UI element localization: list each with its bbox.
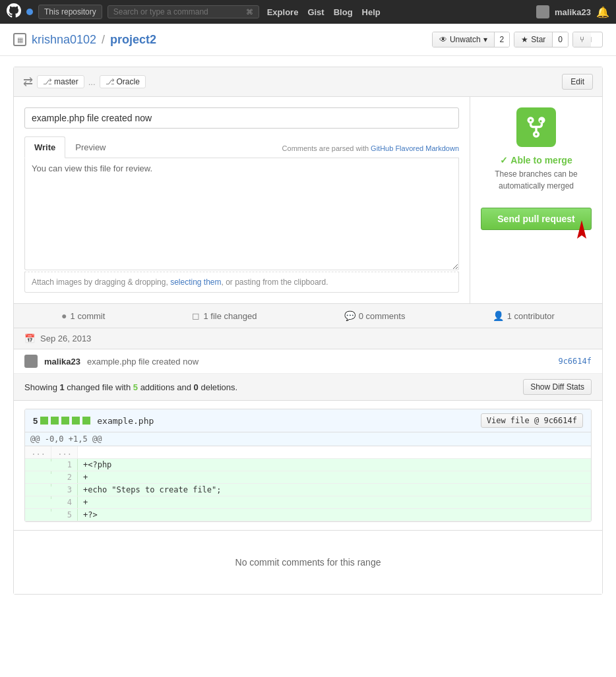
branch-bar: ⇄ ⎇ master ... ⎇ Oracle Edit xyxy=(14,67,602,97)
and-label: and xyxy=(175,382,194,392)
nav-bar: This repository ⌘ Explore Gist Blog Help… xyxy=(0,0,616,24)
diff-ellipsis-line: ... ... xyxy=(25,446,591,459)
send-pr-wrapper: Send pull request xyxy=(481,208,592,230)
old-line-num-4 xyxy=(25,496,51,499)
star-count[interactable]: 0 xyxy=(552,32,568,47)
chevron-down-icon: ▾ xyxy=(483,35,487,44)
branch-separator-dots: ... xyxy=(88,77,96,87)
branch-icon2: ⎇ xyxy=(106,77,115,86)
diff-line-3: 3 +echo "Steps to create file"; xyxy=(25,484,591,496)
nav-username[interactable]: malika23 xyxy=(555,7,591,17)
repo-title: ▦ krishna0102 / project2 xyxy=(13,33,156,47)
repo-scope-dropdown[interactable]: This repository xyxy=(38,5,102,19)
attach-text: Attach images by dragging & dropping, xyxy=(32,278,170,287)
period: . xyxy=(235,382,238,392)
repo-actions: 👁 Unwatch ▾ 2 ★ Star 0 ⑂ xyxy=(432,32,603,47)
diff-hunk-header: @@ -0,0 +1,5 @@ xyxy=(25,432,591,446)
comments-stat[interactable]: 💬 0 comments xyxy=(344,310,406,321)
blog-link[interactable]: Blog xyxy=(334,7,353,17)
commits-icon: ● xyxy=(61,310,67,321)
svg-marker-0 xyxy=(577,220,586,239)
star-label: Star xyxy=(531,35,545,44)
show-diff-stats-button[interactable]: Show Diff Stats xyxy=(523,379,592,395)
search-input[interactable] xyxy=(113,7,242,16)
explore-link[interactable]: Explore xyxy=(267,7,299,17)
tab-write[interactable]: Write xyxy=(24,136,65,158)
old-line-num-3 xyxy=(25,484,51,486)
merge-icon xyxy=(516,107,556,147)
showing-label: Showing xyxy=(24,382,59,392)
github-logo-icon[interactable] xyxy=(7,3,21,20)
line-content-5: +?> xyxy=(78,509,591,521)
notifications-icon[interactable]: 🔔 xyxy=(596,6,609,18)
repo-name-link[interactable]: project2 xyxy=(110,33,156,47)
attach-bar: Attach images by dragging & dropping, se… xyxy=(24,272,459,293)
nav-links: Explore Gist Blog Help xyxy=(267,7,381,17)
cursor-arrow-indicator xyxy=(572,220,592,249)
comments-icon: 💬 xyxy=(344,310,355,321)
date-text: Sep 26, 2013 xyxy=(40,334,91,343)
pr-right: ✓ Able to merge These branches can be au… xyxy=(470,97,602,303)
unwatch-label: Unwatch xyxy=(450,35,481,44)
commit-author-link[interactable]: malika23 xyxy=(44,357,80,367)
date-row: 📅 Sep 26, 2013 xyxy=(14,328,602,349)
unwatch-count[interactable]: 2 xyxy=(494,32,510,47)
nav-search-box[interactable]: ⌘ xyxy=(108,5,259,18)
new-line-num-4: 4 xyxy=(51,496,78,508)
contributors-stat[interactable]: 👤 1 contributor xyxy=(493,310,555,321)
commit-hash-link[interactable]: 9c6614f xyxy=(558,357,592,366)
commit-row: malika23 example.php file created now 9c… xyxy=(14,349,602,374)
repo-sep: / xyxy=(102,33,105,47)
pr-title-input[interactable] xyxy=(24,107,459,129)
repo-file-icon: ▦ xyxy=(13,33,26,46)
pr-content: Write Preview Comments are parsed with G… xyxy=(14,97,602,303)
help-link[interactable]: Help xyxy=(362,7,381,17)
search-shortcut-icon: ⌘ xyxy=(246,8,253,16)
diff-line-5: 5 +?> xyxy=(25,509,591,521)
line-content-1: +<?php xyxy=(78,459,591,471)
to-branch-tag[interactable]: ⎇ Oracle xyxy=(100,75,146,88)
addition-block-3 xyxy=(61,417,69,425)
commit-avatar xyxy=(24,355,38,368)
calendar-icon: 📅 xyxy=(24,334,35,343)
old-line-num-5 xyxy=(25,509,51,512)
deletions-count-text: 0 xyxy=(194,382,199,392)
merge-svg-icon xyxy=(524,115,548,139)
gfm-link[interactable]: GitHub Flavored Markdown xyxy=(371,144,459,152)
nav-right: malika23 🔔 xyxy=(536,5,609,18)
select-files-link[interactable]: selecting them xyxy=(170,278,221,287)
addition-block-1 xyxy=(40,417,48,425)
edit-button[interactable]: Edit xyxy=(562,74,593,90)
gist-link[interactable]: Gist xyxy=(307,7,324,17)
new-line-num-2: 2 xyxy=(51,471,78,483)
fork-count[interactable] xyxy=(591,37,602,42)
merge-desc-text: These branches can be automatically merg… xyxy=(481,168,592,192)
unwatch-button[interactable]: 👁 Unwatch ▾ xyxy=(433,32,494,47)
new-line-num-3: 3 xyxy=(51,484,78,496)
line-content-2: + xyxy=(78,471,591,483)
files-icon: ◻ xyxy=(192,310,200,321)
diff-header: Showing 1 changed file with 5 additions … xyxy=(14,374,602,401)
repo-owner-link[interactable]: krishna0102 xyxy=(32,33,96,47)
files-changed-stat[interactable]: ◻ 1 file changed xyxy=(192,310,257,321)
additions-label: additions xyxy=(138,382,175,392)
fork-button[interactable]: ⑂ xyxy=(573,32,591,47)
file-name-label: example.php xyxy=(97,416,154,426)
comment-textarea[interactable]: You can view this file for review. xyxy=(24,158,459,270)
file-additions-indicator: 5 example.php xyxy=(33,416,154,426)
old-line-num-1 xyxy=(25,459,51,461)
tab-preview[interactable]: Preview xyxy=(65,136,115,158)
tab-bar: Write Preview Comments are parsed with G… xyxy=(24,136,459,158)
from-branch-tag[interactable]: ⎇ master xyxy=(37,75,84,88)
star-button[interactable]: ★ Star xyxy=(514,32,552,47)
star-icon: ★ xyxy=(521,35,528,44)
changed-label: changed file with xyxy=(65,382,133,392)
new-line-num-ellipsis: ... xyxy=(51,446,78,458)
commit-stat[interactable]: ● 1 commit xyxy=(61,310,105,321)
star-btn-group: ★ Star 0 xyxy=(514,32,569,47)
checkmark-icon: ✓ xyxy=(500,155,508,165)
tabs: Write Preview xyxy=(24,136,116,158)
view-file-button[interactable]: View file @ 9c6614f xyxy=(481,413,583,428)
changed-files-count: 1 xyxy=(59,382,64,392)
code-diff: @@ -0,0 +1,5 @@ ... ... 1 +<?php 2 + xyxy=(25,432,591,521)
